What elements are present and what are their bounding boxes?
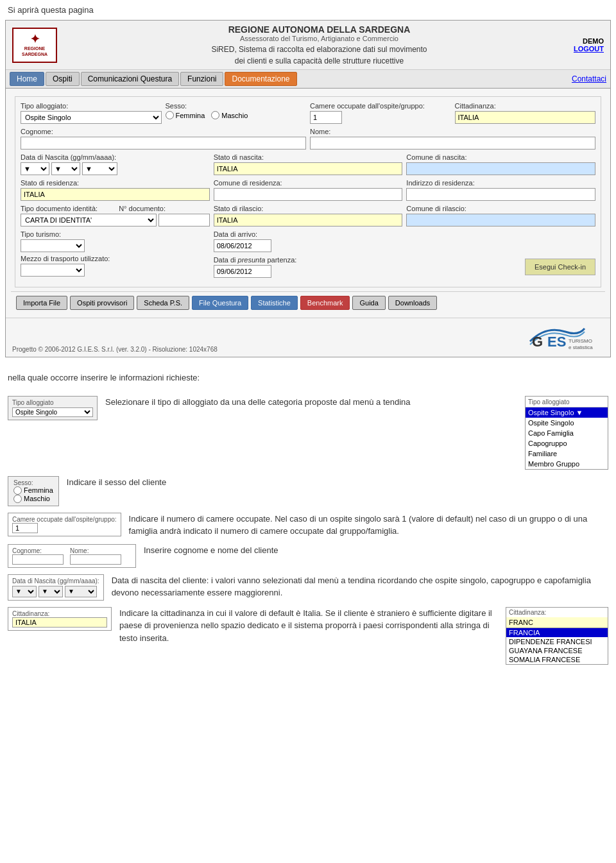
btn-ospiti-provvisori[interactable]: Ospiti provvisori <box>70 296 134 310</box>
sesso-maschio-radio[interactable] <box>211 111 219 119</box>
form-row-3: Data di Nascita (gg/mm/aaaa): ▼ ▼ ▼ Stat… <box>21 153 595 175</box>
mini-citta-input[interactable] <box>12 617 107 628</box>
btn-downloads[interactable]: Downloads <box>388 296 437 310</box>
sesso-label: Sesso: <box>166 102 307 110</box>
gres-logo-svg: G ES TURISMO e statistica <box>527 322 604 351</box>
cittadinanza-desc-text: Indicare la cittadinanza in cui il valor… <box>119 608 492 643</box>
mezzo-trasporto-select[interactable] <box>21 264 85 277</box>
stato-nascita-input[interactable] <box>214 162 403 175</box>
mini-data-year[interactable]: ▼ <box>65 586 97 597</box>
cell-tipo-alloggiato: Tipo alloggiato: Ospite Singolo Capo Fam… <box>21 102 162 124</box>
mini-femmina-label[interactable]: Femmina <box>13 486 53 495</box>
td-option-0[interactable]: Ospite Singolo ▼ <box>526 407 608 418</box>
instruction-cittadinanza: Cittadinanza: Indicare la cittadinanza i… <box>0 607 616 665</box>
nav-comunicazioni[interactable]: Comunicazioni Questura <box>81 72 179 86</box>
cognome-input[interactable] <box>21 137 306 150</box>
sesso-femmina-label[interactable]: Femmina <box>166 111 205 119</box>
form-container: Tipo alloggiato: Ospite Singolo Capo Fam… <box>6 89 610 318</box>
form-row-1: Tipo alloggiato: Ospite Singolo Capo Fam… <box>21 102 595 124</box>
tipo-alloggiato-wrap: Ospite Singolo Capo Famiglia Capogruppo … <box>21 111 162 124</box>
stato-rilascio-input[interactable] <box>214 214 403 226</box>
citta-dd-opt-1[interactable]: DIPENDENZE FRANCESI <box>506 637 608 646</box>
td-option-5[interactable]: Membro Gruppo <box>526 459 608 469</box>
mini-nome-input[interactable] <box>70 554 121 565</box>
svg-text:TURISMO: TURISMO <box>569 338 592 344</box>
cell-indirizzo-residenza: Indirizzo di residenza: <box>406 179 595 201</box>
comune-nascita-input[interactable] <box>406 162 595 175</box>
nav-ospiti[interactable]: Ospiti <box>46 72 80 86</box>
indirizzo-residenza-input[interactable] <box>406 188 595 201</box>
citta-dd-opt-2[interactable]: GUAYANA FRANCESE <box>506 646 608 655</box>
btn-statistiche[interactable]: Statistiche <box>251 296 298 310</box>
btn-benchmark[interactable]: Benchmark <box>300 296 350 310</box>
td-option-1[interactable]: Ospite Singolo <box>526 418 608 428</box>
checkin-button[interactable]: Esegui Check-in <box>525 259 595 275</box>
cittadinanza-input[interactable] <box>455 111 596 124</box>
mini-maschio-radio[interactable] <box>13 495 22 503</box>
instruction-cognome-nome: Cognome: Nome: Inserire cognome e nome d… <box>0 544 616 568</box>
cell-data-nascita: Data di Nascita (gg/mm/aaaa): ▼ ▼ ▼ <box>21 153 210 175</box>
n-documento-input[interactable] <box>158 214 210 226</box>
instruction-data-nascita: Data di Nascita (gg/mm/aaaa): ▼ ▼ ▼ Data… <box>0 574 616 601</box>
btn-importa-file[interactable]: Importa File <box>16 296 67 310</box>
mini-cognome-input[interactable] <box>12 554 64 565</box>
nav-contattaci[interactable]: Contattaci <box>572 74 606 83</box>
comune-residenza-label: Comune di residenza: <box>214 179 403 187</box>
nav-documentazione[interactable]: Documentazione <box>225 72 296 86</box>
comune-residenza-input[interactable] <box>214 188 403 201</box>
mini-data-day[interactable]: ▼ <box>12 586 37 597</box>
sesso-maschio-label[interactable]: Maschio <box>211 111 248 119</box>
td-option-4[interactable]: Familiare <box>526 449 608 459</box>
indirizzo-residenza-label: Indirizzo di residenza: <box>406 179 595 187</box>
instruction-tipo-alloggiato: Tipo alloggiato Ospite Singolo Seleziona… <box>0 396 616 470</box>
comune-rilascio-label: Comune di rilascio: <box>406 205 595 212</box>
svg-text:ES: ES <box>547 334 566 350</box>
nome-input[interactable] <box>310 137 595 150</box>
date-day-select[interactable]: ▼ <box>21 162 49 175</box>
demo-label: DEMO <box>583 37 604 45</box>
btn-guida[interactable]: Guida <box>352 296 385 310</box>
app-footer: Progetto © 2006-2012 G.I.E.S. S.r.l. (ve… <box>6 318 610 357</box>
nav-funzioni[interactable]: Funzioni <box>180 72 223 86</box>
bottom-buttons: Importa File Ospiti provvisori Scheda P.… <box>11 291 605 314</box>
org-sub: Assessorato del Turismo, Artigianato e C… <box>65 35 574 42</box>
citta-dd-input[interactable] <box>506 617 608 628</box>
tipo-alloggiato-select[interactable]: Ospite Singolo Capo Famiglia Capogruppo … <box>21 111 162 124</box>
data-partenza-input[interactable] <box>214 265 271 278</box>
stato-residenza-input[interactable] <box>21 188 210 201</box>
comune-rilascio-input[interactable] <box>406 214 595 226</box>
nome-label: Nome: <box>310 128 595 135</box>
sesso-femmina-radio[interactable] <box>166 111 174 119</box>
tipo-alloggiato-desc-text: Selezionare il tipo di alloggiato da una… <box>105 397 411 407</box>
mini-femmina-radio[interactable] <box>13 486 22 495</box>
logout-button[interactable]: LOGOUT <box>574 45 604 53</box>
btn-scheda-ps[interactable]: Scheda P.S. <box>137 296 189 310</box>
mini-maschio-label[interactable]: Maschio <box>13 495 53 503</box>
mini-data-month[interactable]: ▼ <box>38 586 63 597</box>
btn-file-questura[interactable]: File Questura <box>192 296 248 310</box>
cell-checkin: Esegui Check-in <box>406 230 595 278</box>
tipo-documento-select[interactable]: CARTA DI IDENTITA' <box>21 214 157 226</box>
citta-dd-opt-3[interactable]: SOMALIA FRANCESE <box>506 655 608 664</box>
cell-comune-nascita: Comune di nascita: <box>406 153 595 175</box>
mini-camere-input[interactable] <box>12 523 38 533</box>
mini-tipo-alloggiato: Tipo alloggiato Ospite Singolo <box>8 396 98 420</box>
data-arrivo-input[interactable] <box>214 239 271 252</box>
nav-bar: Home Ospiti Comunicazioni Questura Funzi… <box>6 70 610 89</box>
tipo-turismo-select[interactable] <box>21 239 85 252</box>
intro-text: nella quale occorre inserire le informaz… <box>8 372 608 384</box>
td-option-3[interactable]: Capogruppo <box>526 438 608 449</box>
camere-input[interactable] <box>310 111 342 124</box>
form-row-2: Cognome: Nome: <box>21 128 595 150</box>
comune-nascita-label: Comune di nascita: <box>406 153 595 161</box>
mini-tipo-select[interactable]: Ospite Singolo <box>12 407 93 417</box>
cell-data-arrivo: Data di arrivo: Data di presunta partenz… <box>214 230 403 278</box>
td-option-2[interactable]: Capo Famiglia <box>526 428 608 438</box>
date-month-select[interactable]: ▼ <box>51 162 80 175</box>
camere-desc-text: Indicare il numero di camere occupate. <box>129 514 273 524</box>
citta-dd-opt-0[interactable]: FRANCIA <box>506 628 608 637</box>
mezzo-trasporto-label: Mezzo di trasporto utilizzato: <box>21 255 210 262</box>
nav-home[interactable]: Home <box>10 72 44 86</box>
date-year-select[interactable]: ▼ <box>82 162 117 175</box>
mini-camere-label: Camere occupate dall'ospite/gruppo: <box>12 516 117 523</box>
